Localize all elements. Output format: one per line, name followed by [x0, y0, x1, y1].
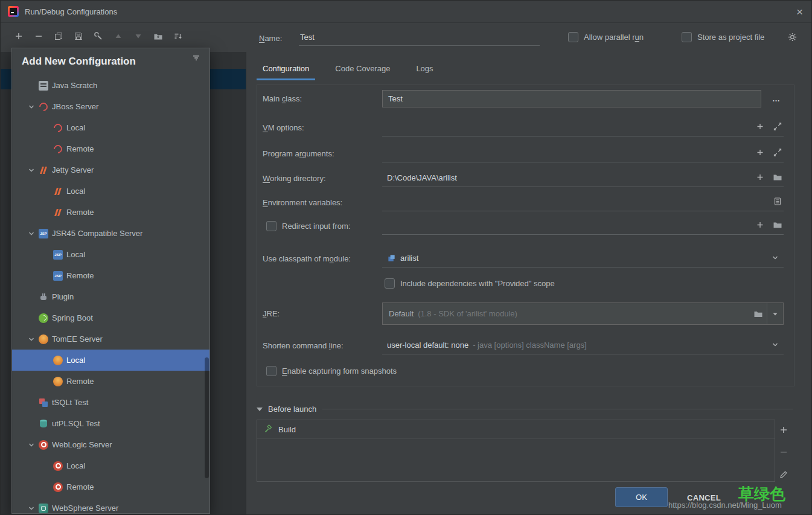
- websphere-icon: [39, 504, 48, 513]
- redirect-input-label: Redirect input from:: [282, 222, 350, 231]
- capture-snapshots-checkbox[interactable]: [266, 366, 277, 376]
- vm-options-input[interactable]: [382, 118, 784, 136]
- redirect-input-field[interactable]: [382, 217, 784, 235]
- tree-item-tomee-local-selected[interactable]: Local: [12, 350, 209, 371]
- spring-boot-icon: [39, 313, 48, 323]
- add-icon[interactable]: [14, 31, 24, 41]
- provided-scope-label: Include dependencies with "Provided" sco…: [400, 279, 555, 288]
- new-folder-icon[interactable]: [153, 31, 163, 41]
- classpath-module-combobox[interactable]: arilist: [382, 249, 784, 267]
- popup-header: Add New Configuration: [12, 48, 209, 75]
- expand-field-icon[interactable]: [773, 147, 782, 159]
- program-arguments-input[interactable]: [382, 144, 784, 162]
- sort-alphabetically-icon[interactable]: [173, 31, 183, 41]
- browse-jre-folder-icon[interactable]: [753, 309, 763, 319]
- browse-main-class-button[interactable]: …: [772, 94, 781, 103]
- chevron-down-icon[interactable]: [27, 165, 39, 175]
- gear-icon[interactable]: [787, 32, 798, 44]
- shorten-command-line-combobox[interactable]: user-local default: none - java [options…: [382, 336, 784, 354]
- before-launch-item-build[interactable]: Build: [257, 420, 775, 439]
- add-argument-icon[interactable]: [755, 147, 765, 159]
- chevron-down-icon[interactable]: [770, 339, 780, 351]
- redirect-input-checkbox[interactable]: [266, 221, 277, 231]
- insert-macro-icon[interactable]: [755, 220, 765, 231]
- jre-label: JRE:: [263, 309, 382, 318]
- expand-field-icon[interactable]: [773, 121, 782, 133]
- edit-templates-icon[interactable]: [94, 31, 103, 41]
- popup-scrollbar[interactable]: [205, 357, 209, 478]
- add-vm-option-icon[interactable]: [755, 121, 765, 133]
- jboss-icon: [53, 123, 63, 133]
- tree-item-jboss-remote[interactable]: Remote: [12, 138, 209, 159]
- browse-folder-icon[interactable]: [773, 220, 782, 231]
- name-label: Name:: [259, 34, 282, 43]
- chevron-down-icon[interactable]: [27, 504, 39, 513]
- remove-icon[interactable]: [34, 31, 43, 41]
- intellij-logo-icon: [8, 6, 19, 17]
- jetty-icon: [39, 165, 48, 175]
- tree-item-weblogic-remote[interactable]: Remote: [12, 476, 209, 497]
- jre-dropdown-arrow-icon[interactable]: [767, 303, 783, 324]
- environment-variables-input[interactable]: [382, 193, 784, 211]
- edit-task-icon[interactable]: [779, 470, 788, 481]
- filter-icon[interactable]: [191, 53, 201, 65]
- remove-task-icon[interactable]: [779, 447, 788, 459]
- copy-icon[interactable]: [54, 31, 63, 41]
- tab-logs[interactable]: Logs: [410, 57, 439, 80]
- browse-folder-icon[interactable]: [773, 172, 782, 184]
- tree-item-weblogic-server[interactable]: WebLogic Server: [12, 434, 209, 455]
- chevron-down-icon[interactable]: [27, 334, 39, 344]
- tree-item-jetty-remote[interactable]: Remote: [12, 202, 209, 223]
- configuration-types-tree: Java Scratch JBoss Server Local Remote J…: [12, 75, 209, 513]
- tree-item-spring-boot[interactable]: Spring Boot: [12, 307, 209, 328]
- working-directory-input[interactable]: D:\Code\JAVA\arilist: [382, 169, 784, 187]
- tree-item-java-scratch[interactable]: Java Scratch: [12, 75, 209, 96]
- tree-item-websphere-server[interactable]: WebSphere Server: [12, 497, 209, 514]
- tree-item-plugin[interactable]: Plugin: [12, 286, 209, 307]
- tree-item-jetty-local[interactable]: Local: [12, 181, 209, 202]
- tree-item-jsr45-server[interactable]: JSR45 Compatible Server: [12, 223, 209, 244]
- close-icon[interactable]: ×: [796, 6, 803, 18]
- chevron-down-icon[interactable]: [27, 229, 39, 238]
- window-title: Run/Debug Configurations: [25, 7, 117, 16]
- tree-item-tomee-server[interactable]: TomEE Server: [12, 328, 209, 350]
- jboss-icon: [39, 102, 48, 112]
- insert-macro-icon[interactable]: [755, 172, 765, 184]
- tree-item-weblogic-local[interactable]: Local: [12, 455, 209, 476]
- tree-item-jsr45-remote[interactable]: Remote: [12, 265, 209, 286]
- ok-button[interactable]: OK: [615, 487, 668, 507]
- collapse-triangle-icon[interactable]: [257, 408, 263, 411]
- move-down-icon[interactable]: [133, 31, 143, 41]
- field-row-program-arguments: Program arguments:: [263, 144, 784, 162]
- jetty-icon: [53, 208, 63, 217]
- tree-item-tsqlt-test[interactable]: tSQLt Test: [12, 392, 209, 413]
- store-as-project-file-checkbox[interactable]: [682, 32, 692, 42]
- settings-tabs: Configuration Code Coverage Logs: [257, 57, 453, 80]
- main-class-input[interactable]: Test: [382, 90, 761, 107]
- working-directory-label: Working directory:: [263, 174, 382, 183]
- tree-item-jsr45-local[interactable]: Local: [12, 244, 209, 265]
- jre-combobox[interactable]: Default (1.8 - SDK of 'arilist' module): [382, 302, 784, 325]
- tab-code-coverage[interactable]: Code Coverage: [329, 57, 396, 80]
- chevron-down-icon[interactable]: [27, 440, 39, 450]
- move-up-icon[interactable]: [113, 31, 123, 41]
- edit-variables-icon[interactable]: [773, 196, 782, 208]
- name-input[interactable]: Test: [299, 29, 540, 46]
- chevron-down-icon[interactable]: [770, 252, 780, 264]
- tree-item-jetty-server[interactable]: Jetty Server: [12, 159, 209, 181]
- tree-item-utplsql-test[interactable]: utPLSQL Test: [12, 413, 209, 434]
- chevron-down-icon[interactable]: [27, 102, 39, 112]
- tree-item-tomee-remote[interactable]: Remote: [12, 371, 209, 392]
- popup-title: Add New Configuration: [22, 56, 136, 68]
- provided-scope-checkbox[interactable]: [385, 278, 395, 289]
- field-row-redirect-input: Redirect input from:: [263, 217, 784, 235]
- tab-configuration[interactable]: Configuration: [257, 57, 315, 80]
- tree-item-jboss-local[interactable]: Local: [12, 117, 209, 138]
- save-icon[interactable]: [74, 31, 83, 41]
- module-icon: [387, 254, 396, 263]
- tree-item-jboss-server[interactable]: JBoss Server: [12, 96, 209, 117]
- before-launch-toolbar: [779, 425, 788, 481]
- add-task-icon[interactable]: [779, 425, 788, 437]
- environment-variables-label: Environment variables:: [263, 198, 382, 207]
- allow-parallel-run-checkbox[interactable]: [568, 32, 578, 42]
